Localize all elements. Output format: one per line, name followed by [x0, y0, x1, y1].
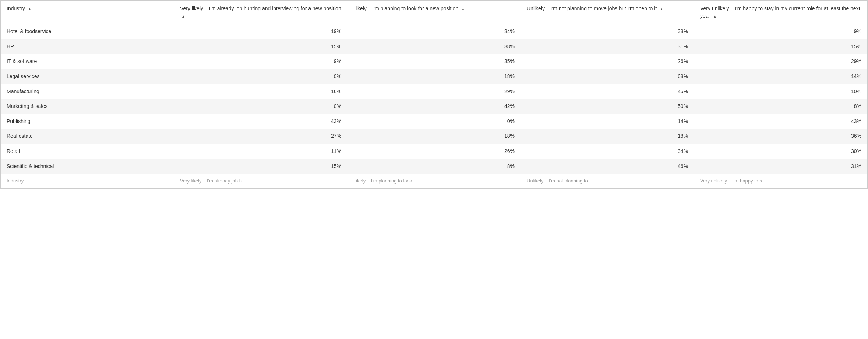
table-row: Scientific & technical15%8%46%31% — [1, 159, 868, 174]
cell-very-likely: 19% — [174, 24, 347, 39]
sort-icon-likely[interactable]: ▲ — [461, 7, 465, 12]
cell-industry: Hotel & foodservice — [1, 24, 174, 39]
table-row: Hotel & foodservice19%34%38%9% — [1, 24, 868, 39]
cell-industry: Marketing & sales — [1, 99, 174, 114]
sort-icon-industry[interactable]: ▲ — [28, 7, 32, 12]
cell-very-unlikely: 8% — [694, 99, 868, 114]
sort-icon-very-likely[interactable]: ▲ — [181, 14, 185, 19]
cell-very-unlikely: 43% — [694, 114, 868, 129]
cell-unlikely: 34% — [521, 144, 694, 159]
cell-industry: Real estate — [1, 129, 174, 144]
cell-very-unlikely: 36% — [694, 129, 868, 144]
cell-very-unlikely: 29% — [694, 54, 868, 69]
cell-unlikely: 31% — [521, 39, 694, 54]
header-likely[interactable]: Likely – I'm planning to look for a new … — [347, 1, 521, 24]
cell-very-likely: 27% — [174, 129, 347, 144]
table-row: HR15%38%31%15% — [1, 39, 868, 54]
cell-industry: IT & software — [1, 54, 174, 69]
footer-industry: Industry — [1, 174, 174, 188]
footer-unlikely: Unlikely – I'm not planning to … — [521, 174, 694, 188]
table-row: Real estate27%18%18%36% — [1, 129, 868, 144]
cell-unlikely: 38% — [521, 24, 694, 39]
table-row: Manufacturing16%29%45%10% — [1, 84, 868, 99]
cell-likely: 18% — [347, 129, 521, 144]
header-industry-label: Industry — [7, 6, 25, 11]
cell-very-unlikely: 31% — [694, 159, 868, 174]
cell-unlikely: 46% — [521, 159, 694, 174]
cell-unlikely: 26% — [521, 54, 694, 69]
cell-industry: Scientific & technical — [1, 159, 174, 174]
cell-very-likely: 43% — [174, 114, 347, 129]
cell-very-unlikely: 15% — [694, 39, 868, 54]
cell-unlikely: 45% — [521, 84, 694, 99]
cell-very-likely: 16% — [174, 84, 347, 99]
cell-unlikely: 68% — [521, 69, 694, 84]
header-industry[interactable]: Industry ▲ — [1, 1, 174, 24]
cell-very-likely: 11% — [174, 144, 347, 159]
sort-icon-very-unlikely[interactable]: ▲ — [713, 14, 717, 19]
cell-very-likely: 15% — [174, 159, 347, 174]
cell-likely: 29% — [347, 84, 521, 99]
cell-industry: Legal services — [1, 69, 174, 84]
data-table: Industry ▲ Very likely – I'm already job… — [0, 0, 868, 189]
cell-likely: 42% — [347, 99, 521, 114]
cell-industry: Retail — [1, 144, 174, 159]
cell-likely: 0% — [347, 114, 521, 129]
cell-industry: Manufacturing — [1, 84, 174, 99]
footer-likely: Likely – I'm planning to look f… — [347, 174, 521, 188]
cell-unlikely: 50% — [521, 99, 694, 114]
cell-unlikely: 14% — [521, 114, 694, 129]
table-row: Retail11%26%34%30% — [1, 144, 868, 159]
header-very-likely-label: Very likely – I'm already job hunting an… — [180, 6, 341, 11]
cell-very-unlikely: 10% — [694, 84, 868, 99]
cell-very-unlikely: 9% — [694, 24, 868, 39]
cell-unlikely: 18% — [521, 129, 694, 144]
table-footer: IndustryVery likely – I'm already job h…… — [1, 174, 868, 188]
cell-very-likely: 0% — [174, 69, 347, 84]
cell-likely: 38% — [347, 39, 521, 54]
cell-very-unlikely: 30% — [694, 144, 868, 159]
footer-very-unlikely: Very unlikely – I'm happy to s… — [694, 174, 868, 188]
cell-very-likely: 15% — [174, 39, 347, 54]
cell-industry: HR — [1, 39, 174, 54]
footer-very-likely: Very likely – I'm already job h… — [174, 174, 347, 188]
sort-icon-unlikely[interactable]: ▲ — [660, 7, 663, 12]
cell-likely: 35% — [347, 54, 521, 69]
cell-very-likely: 9% — [174, 54, 347, 69]
table-row: Publishing43%0%14%43% — [1, 114, 868, 129]
header-very-unlikely-label: Very unlikely – I'm happy to stay in my … — [700, 6, 860, 19]
cell-very-likely: 0% — [174, 99, 347, 114]
table-row: Marketing & sales0%42%50%8% — [1, 99, 868, 114]
cell-likely: 26% — [347, 144, 521, 159]
cell-likely: 34% — [347, 24, 521, 39]
cell-very-unlikely: 14% — [694, 69, 868, 84]
cell-industry: Publishing — [1, 114, 174, 129]
header-very-likely[interactable]: Very likely – I'm already job hunting an… — [174, 1, 347, 24]
header-very-unlikely[interactable]: Very unlikely – I'm happy to stay in my … — [694, 1, 868, 24]
cell-likely: 18% — [347, 69, 521, 84]
cell-likely: 8% — [347, 159, 521, 174]
header-likely-label: Likely – I'm planning to look for a new … — [353, 6, 458, 11]
header-unlikely[interactable]: Unlikely – I'm not planning to move jobs… — [521, 1, 694, 24]
header-row: Industry ▲ Very likely – I'm already job… — [1, 1, 868, 24]
footer-row: IndustryVery likely – I'm already job h…… — [1, 174, 868, 188]
table-row: IT & software9%35%26%29% — [1, 54, 868, 69]
table-row: Legal services0%18%68%14% — [1, 69, 868, 84]
header-unlikely-label: Unlikely – I'm not planning to move jobs… — [527, 6, 657, 11]
table-body: Hotel & foodservice19%34%38%9%HR15%38%31… — [1, 24, 868, 174]
